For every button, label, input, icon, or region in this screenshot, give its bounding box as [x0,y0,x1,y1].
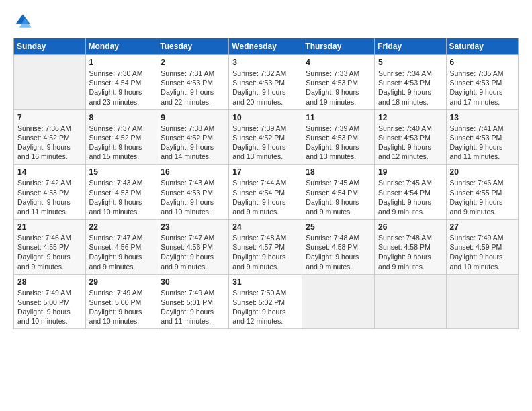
day-number: 27 [450,222,515,232]
day-info: Sunrise: 7:38 AM Sunset: 4:52 PM Dayligh… [161,124,225,162]
day-info: Sunrise: 7:49 AM Sunset: 4:59 PM Dayligh… [450,233,515,271]
day-number: 29 [89,277,154,287]
calendar-cell [302,274,375,329]
day-number: 28 [17,277,82,287]
calendar-cell: 30Sunrise: 7:49 AM Sunset: 5:01 PM Dayli… [157,274,229,329]
day-info: Sunrise: 7:31 AM Sunset: 4:53 PM Dayligh… [161,68,225,107]
weekday-header-wednesday: Wednesday [229,38,302,55]
calendar-cell: 17Sunrise: 7:44 AM Sunset: 4:54 PM Dayli… [229,165,302,220]
calendar-cell: 21Sunrise: 7:46 AM Sunset: 4:55 PM Dayli… [14,220,86,275]
day-info: Sunrise: 7:33 AM Sunset: 4:53 PM Dayligh… [306,68,371,107]
calendar-cell: 28Sunrise: 7:49 AM Sunset: 5:00 PM Dayli… [14,274,86,329]
calendar-cell: 23Sunrise: 7:47 AM Sunset: 4:56 PM Dayli… [157,220,229,275]
calendar-cell: 19Sunrise: 7:45 AM Sunset: 4:54 PM Dayli… [375,165,447,220]
calendar-cell: 18Sunrise: 7:45 AM Sunset: 4:54 PM Dayli… [302,165,375,220]
day-number: 16 [161,167,225,177]
calendar-cell [375,274,447,329]
day-number: 15 [89,167,154,177]
day-number: 5 [378,58,443,67]
day-info: Sunrise: 7:43 AM Sunset: 4:53 PM Dayligh… [161,178,225,216]
day-info: Sunrise: 7:44 AM Sunset: 4:54 PM Dayligh… [232,178,298,216]
calendar-cell: 14Sunrise: 7:42 AM Sunset: 4:53 PM Dayli… [14,165,86,220]
day-info: Sunrise: 7:50 AM Sunset: 5:02 PM Dayligh… [232,288,298,326]
calendar-cell: 29Sunrise: 7:49 AM Sunset: 5:00 PM Dayli… [85,274,157,329]
calendar-cell: 5Sunrise: 7:34 AM Sunset: 4:53 PM Daylig… [375,55,447,110]
day-info: Sunrise: 7:49 AM Sunset: 5:01 PM Dayligh… [161,288,225,326]
weekday-header-monday: Monday [85,38,157,55]
day-info: Sunrise: 7:45 AM Sunset: 4:54 PM Dayligh… [378,178,443,216]
day-info: Sunrise: 7:47 AM Sunset: 4:56 PM Dayligh… [161,233,225,271]
calendar-table: SundayMondayTuesdayWednesdayThursdayFrid… [13,38,519,329]
day-info: Sunrise: 7:36 AM Sunset: 4:52 PM Dayligh… [17,124,82,162]
calendar-cell: 16Sunrise: 7:43 AM Sunset: 4:53 PM Dayli… [157,165,229,220]
day-number: 3 [232,58,298,67]
day-number: 24 [232,222,298,232]
day-number: 8 [89,113,154,122]
day-number: 7 [17,113,82,122]
day-info: Sunrise: 7:39 AM Sunset: 4:52 PM Dayligh… [232,124,298,162]
day-info: Sunrise: 7:49 AM Sunset: 5:00 PM Dayligh… [17,288,82,326]
calendar-cell: 12Sunrise: 7:40 AM Sunset: 4:53 PM Dayli… [375,109,447,165]
day-number: 4 [306,58,371,67]
calendar-cell [446,274,518,329]
day-number: 26 [378,222,443,232]
calendar-cell: 7Sunrise: 7:36 AM Sunset: 4:52 PM Daylig… [14,109,86,165]
calendar-week-4: 21Sunrise: 7:46 AM Sunset: 4:55 PM Dayli… [14,220,519,275]
weekday-header-sunday: Sunday [14,38,86,55]
day-number: 31 [232,277,298,287]
day-number: 22 [89,222,154,232]
day-number: 11 [306,113,371,122]
day-number: 6 [450,58,515,67]
day-info: Sunrise: 7:35 AM Sunset: 4:53 PM Dayligh… [450,68,515,107]
day-info: Sunrise: 7:45 AM Sunset: 4:54 PM Dayligh… [306,178,371,216]
day-number: 10 [232,113,298,122]
day-info: Sunrise: 7:48 AM Sunset: 4:58 PM Dayligh… [306,233,371,271]
calendar-cell: 8Sunrise: 7:37 AM Sunset: 4:52 PM Daylig… [85,109,157,165]
day-info: Sunrise: 7:39 AM Sunset: 4:53 PM Dayligh… [306,124,371,162]
calendar-week-2: 7Sunrise: 7:36 AM Sunset: 4:52 PM Daylig… [14,109,519,165]
day-number: 19 [378,167,443,177]
day-number: 23 [161,222,225,232]
calendar-cell: 25Sunrise: 7:48 AM Sunset: 4:58 PM Dayli… [302,220,375,275]
day-info: Sunrise: 7:48 AM Sunset: 4:58 PM Dayligh… [378,233,443,271]
calendar-cell: 1Sunrise: 7:30 AM Sunset: 4:54 PM Daylig… [85,55,157,110]
calendar-cell: 13Sunrise: 7:41 AM Sunset: 4:53 PM Dayli… [446,109,518,165]
calendar-cell: 31Sunrise: 7:50 AM Sunset: 5:02 PM Dayli… [229,274,302,329]
calendar-cell: 15Sunrise: 7:43 AM Sunset: 4:53 PM Dayli… [85,165,157,220]
day-info: Sunrise: 7:46 AM Sunset: 4:55 PM Dayligh… [450,178,515,216]
logo [13,12,35,31]
calendar-week-3: 14Sunrise: 7:42 AM Sunset: 4:53 PM Dayli… [14,165,519,220]
day-number: 14 [17,167,82,177]
calendar-cell: 11Sunrise: 7:39 AM Sunset: 4:53 PM Dayli… [302,109,375,165]
calendar-week-5: 28Sunrise: 7:49 AM Sunset: 5:00 PM Dayli… [14,274,519,329]
day-info: Sunrise: 7:49 AM Sunset: 5:00 PM Dayligh… [89,288,154,326]
day-number: 17 [232,167,298,177]
day-info: Sunrise: 7:30 AM Sunset: 4:54 PM Dayligh… [89,68,154,107]
day-info: Sunrise: 7:40 AM Sunset: 4:53 PM Dayligh… [378,124,443,162]
calendar-cell: 2Sunrise: 7:31 AM Sunset: 4:53 PM Daylig… [157,55,229,110]
calendar-cell: 3Sunrise: 7:32 AM Sunset: 4:53 PM Daylig… [229,55,302,110]
day-info: Sunrise: 7:34 AM Sunset: 4:53 PM Dayligh… [378,68,443,107]
calendar-cell: 6Sunrise: 7:35 AM Sunset: 4:53 PM Daylig… [446,55,518,110]
calendar-week-1: 1Sunrise: 7:30 AM Sunset: 4:54 PM Daylig… [14,55,519,110]
day-number: 13 [450,113,515,122]
day-number: 18 [306,167,371,177]
calendar-cell: 9Sunrise: 7:38 AM Sunset: 4:52 PM Daylig… [157,109,229,165]
calendar-cell: 24Sunrise: 7:48 AM Sunset: 4:57 PM Dayli… [229,220,302,275]
calendar-cell: 4Sunrise: 7:33 AM Sunset: 4:53 PM Daylig… [302,55,375,110]
day-info: Sunrise: 7:46 AM Sunset: 4:55 PM Dayligh… [17,233,82,271]
calendar-cell [14,55,86,110]
day-number: 25 [306,222,371,232]
header [13,12,519,31]
day-info: Sunrise: 7:41 AM Sunset: 4:53 PM Dayligh… [450,124,515,162]
day-info: Sunrise: 7:43 AM Sunset: 4:53 PM Dayligh… [89,178,154,216]
calendar-cell: 20Sunrise: 7:46 AM Sunset: 4:55 PM Dayli… [446,165,518,220]
day-number: 30 [161,277,225,287]
weekday-header-thursday: Thursday [302,38,375,55]
weekday-header-friday: Friday [375,38,447,55]
day-number: 12 [378,113,443,122]
day-number: 20 [450,167,515,177]
day-info: Sunrise: 7:48 AM Sunset: 4:57 PM Dayligh… [232,233,298,271]
day-number: 9 [161,113,225,122]
logo-icon [13,12,32,31]
